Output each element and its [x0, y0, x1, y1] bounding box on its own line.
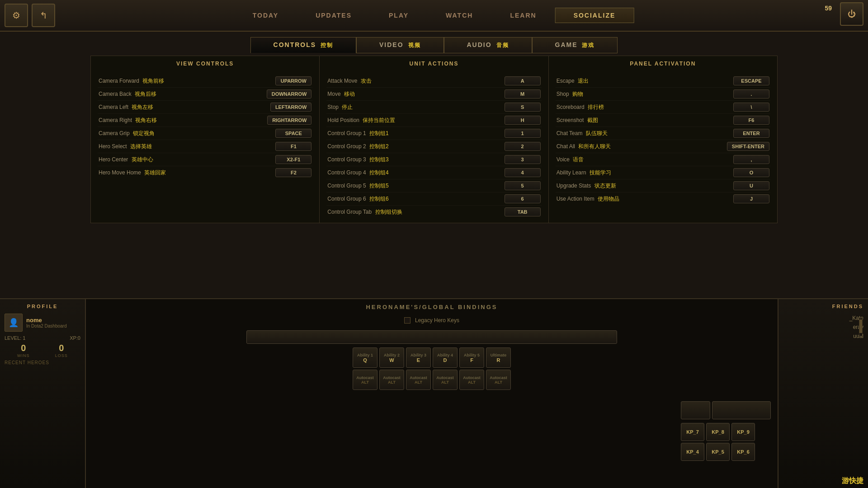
nav-play[interactable]: PLAY: [370, 8, 427, 23]
ultimate-key[interactable]: Ultimate R: [486, 347, 511, 368]
ability-2-key[interactable]: Ability 2 W: [379, 347, 404, 368]
settings-tabs: CONTROLS 控制 VIDEO 视频 AUDIO 音频 GAME 游戏: [0, 32, 868, 53]
nav-watch[interactable]: WATCH: [427, 8, 491, 23]
key-f2[interactable]: F2: [275, 168, 311, 177]
friend-eray: eray: [783, 323, 863, 332]
nav-socialize[interactable]: SOCIALIZE: [555, 8, 634, 23]
ability-5-key[interactable]: Ability 5 F: [459, 347, 484, 368]
power-button[interactable]: ⏻: [840, 2, 863, 26]
key-space[interactable]: SPACE: [275, 129, 311, 138]
left-sidebar: PROFILE 👤 nome In Dota2 Dashboard LEVEL:…: [0, 298, 86, 488]
legacy-row: Legacy Hero Keys: [86, 317, 778, 324]
top-right: 59 ⏻: [840, 2, 863, 26]
friends-header: FRIENDS: [783, 304, 863, 309]
binding-cg-tab: Control Group Tab 控制组切换 TAB: [326, 206, 541, 218]
scrollbar[interactable]: [859, 318, 863, 336]
avatar: 👤: [5, 314, 23, 332]
key-escape[interactable]: ESCAPE: [733, 76, 769, 85]
kp8[interactable]: KP_8: [706, 423, 730, 441]
nav-learn[interactable]: LEARN: [491, 8, 555, 23]
key-f1[interactable]: F1: [275, 142, 311, 151]
stats-row: 0 WINS 0 LOSS: [5, 343, 80, 358]
ability-1-key[interactable]: Ability 1 Q: [353, 347, 377, 368]
kp7[interactable]: KP_7: [681, 423, 704, 441]
key-4[interactable]: 4: [505, 168, 541, 177]
view-controls-header: VIEW CONTROLS: [98, 61, 312, 69]
key-comma[interactable]: ,: [733, 155, 769, 164]
key-f6[interactable]: F6: [733, 116, 769, 125]
nav-today[interactable]: TODAY: [234, 8, 297, 23]
autocast-6[interactable]: Autocast ALT: [486, 370, 511, 390]
logo-bottom-right: 游快捷: [842, 476, 863, 486]
back-icon-btn[interactable]: ↰: [32, 4, 55, 27]
binding-cg1: Control Group 1 控制组1 1: [326, 127, 541, 140]
friend-uual: uual: [783, 332, 863, 341]
binding-move: Move 移动 M: [326, 88, 541, 101]
recent-heroes-label: RECENT HEROES: [5, 360, 80, 365]
username: nome: [26, 317, 67, 324]
binding-use-action-item: Use Action Item 使用物品 J: [556, 192, 770, 205]
binding-screenshot: Screenshot 截图 F6: [556, 114, 770, 127]
legacy-checkbox[interactable]: [404, 317, 410, 324]
binding-cg3: Control Group 3 控制组3 3: [326, 153, 541, 166]
ability-4-key[interactable]: Ability 4 D: [433, 347, 458, 368]
kp9[interactable]: KP_9: [731, 423, 755, 441]
key-o[interactable]: O: [733, 168, 769, 177]
keybind-bar: [86, 330, 778, 344]
key-3[interactable]: 3: [505, 155, 541, 164]
key-tab[interactable]: TAB: [505, 207, 541, 216]
key-h[interactable]: H: [505, 116, 541, 125]
kp5[interactable]: KP_5: [706, 443, 730, 461]
binding-camera-grip: Camera Grip 锁定视角 SPACE: [98, 127, 312, 140]
top-bar-left: ⚙ ↰: [0, 4, 55, 27]
key-s[interactable]: S: [505, 103, 541, 112]
unit-actions-col: UNIT ACTIONS Attack Move 攻击 A Move 移动 M …: [320, 56, 548, 223]
autocast-5[interactable]: Autocast ALT: [459, 370, 484, 390]
key-6[interactable]: 6: [505, 194, 541, 203]
numpad-wide-key2[interactable]: [712, 401, 771, 419]
key-x2f1[interactable]: X2-F1: [275, 155, 311, 164]
kp6[interactable]: KP_6: [731, 443, 755, 461]
numpad-area: KP_7 KP_8 KP_9 KP_4 KP_5 KP_6: [681, 401, 771, 461]
key-a[interactable]: A: [505, 76, 541, 85]
tab-video[interactable]: VIDEO 视频: [356, 37, 443, 53]
binding-ability-learn: Ability Learn 技能学习 O: [556, 166, 770, 179]
key-u[interactable]: U: [733, 181, 769, 190]
key-j[interactable]: J: [733, 194, 769, 203]
bottom-area: PROFILE 👤 nome In Dota2 Dashboard LEVEL:…: [0, 298, 868, 488]
kp4[interactable]: KP_4: [681, 443, 704, 461]
key-backslash[interactable]: \: [733, 103, 769, 112]
key-dot[interactable]: .: [733, 89, 769, 99]
autocast-1[interactable]: Autocast ALT: [353, 370, 377, 390]
key-leftarrow[interactable]: LEFTARROW: [270, 103, 311, 112]
binding-chat-team: Chat Team 队伍聊天 ENTER: [556, 127, 770, 140]
key-downarrow[interactable]: DOWNARROW: [267, 89, 312, 99]
tab-controls[interactable]: CONTROLS 控制: [250, 37, 356, 53]
autocast-3[interactable]: Autocast ALT: [406, 370, 431, 390]
numpad-wide-key[interactable]: [681, 401, 710, 419]
tab-game[interactable]: GAME 游戏: [532, 37, 618, 53]
binding-hero-select: Hero Select 选择英雄 F1: [98, 140, 312, 153]
top-bar: ⚙ ↰ TODAY UPDATES PLAY WATCH LEARN SOCIA…: [0, 0, 868, 32]
xp-label: XP:0: [70, 335, 80, 341]
binding-stop: Stop 停止 S: [326, 101, 541, 114]
binding-camera-forward: Camera Forward 视角前移 UPARROW: [98, 75, 312, 88]
nav-updates[interactable]: UPDATES: [297, 8, 370, 23]
key-enter[interactable]: ENTER: [733, 129, 769, 138]
keybind-bar-bg: [246, 330, 617, 344]
key-uparrow[interactable]: UPARROW: [275, 76, 311, 85]
key-rightarrow[interactable]: RIGHTARROW: [267, 116, 311, 125]
settings-icon-btn[interactable]: ⚙: [5, 4, 28, 27]
autocast-2[interactable]: Autocast ALT: [379, 370, 404, 390]
losses-stat: 0 LOSS: [55, 343, 68, 358]
binding-attack-move: Attack Move 攻击 A: [326, 75, 541, 88]
key-shift-enter[interactable]: SHIFT-ENTER: [727, 142, 769, 151]
autocast-4[interactable]: Autocast ALT: [433, 370, 458, 390]
key-2[interactable]: 2: [505, 142, 541, 151]
binding-voice: Voice 语音 ,: [556, 153, 770, 166]
key-5[interactable]: 5: [505, 181, 541, 190]
tab-audio[interactable]: AUDIO 音频: [444, 37, 532, 53]
ability-3-key[interactable]: Ability 3 E: [406, 347, 431, 368]
key-1[interactable]: 1: [505, 129, 541, 138]
key-m[interactable]: M: [505, 89, 541, 99]
